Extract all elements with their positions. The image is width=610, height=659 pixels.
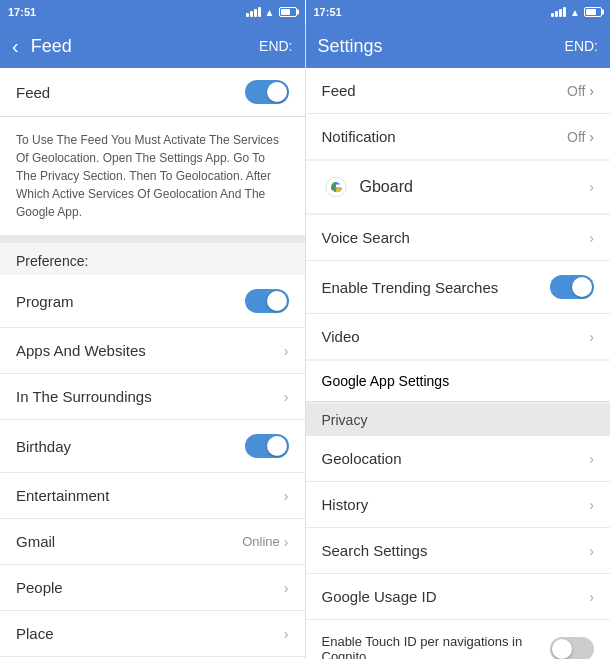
pref-label-surroundings: In The Surroundings xyxy=(16,388,152,405)
program-toggle[interactable] xyxy=(245,289,289,313)
right-status-bar: 17:51 ▲ xyxy=(306,0,611,24)
left-status-icons: ▲ xyxy=(246,7,297,18)
list-item[interactable]: Birthday xyxy=(0,420,305,473)
privacy-section-header: Privacy xyxy=(306,404,611,436)
list-item[interactable]: Gmail Online › xyxy=(0,519,305,565)
touch-id-label: Enable Touch ID per navigations in Cogni… xyxy=(322,634,551,659)
left-panel-title: Feed xyxy=(31,36,247,57)
list-item[interactable]: Entertainment › xyxy=(0,473,305,519)
right-end-label: END: xyxy=(565,38,598,54)
right-content: Feed Off › Notification Off › xyxy=(306,68,611,659)
trending-toggle[interactable] xyxy=(550,275,594,299)
list-item[interactable]: Google Usage ID › xyxy=(306,574,611,620)
list-item[interactable]: Program xyxy=(0,275,305,328)
birthday-toggle[interactable] xyxy=(245,434,289,458)
voice-search-label: Voice Search xyxy=(322,229,410,246)
back-button[interactable]: ‹ xyxy=(12,35,19,58)
chevron-icon: › xyxy=(589,179,594,195)
online-status: Online xyxy=(242,534,280,549)
chevron-icon: › xyxy=(284,488,289,504)
pref-label-gmail: Gmail xyxy=(16,533,55,550)
gboard-row[interactable]: Gboard › xyxy=(306,161,611,213)
left-panel: ‹ Feed END: Feed To Use The Feed You Mus… xyxy=(0,24,306,659)
preference-header: Preference: xyxy=(0,243,305,275)
list-item[interactable]: Video › xyxy=(306,314,611,359)
list-item[interactable]: Geolocation › xyxy=(306,436,611,482)
left-time: 17:51 xyxy=(8,6,36,18)
wifi-icon: ▲ xyxy=(265,7,275,18)
list-item[interactable]: In The Surroundings › xyxy=(0,374,305,420)
chevron-icon: › xyxy=(589,329,594,345)
notification-label: Notification xyxy=(322,128,396,145)
chevron-icon: › xyxy=(589,497,594,513)
touch-id-toggle[interactable] xyxy=(550,637,594,659)
list-item[interactable]: Feed Off › xyxy=(306,68,611,114)
feed-label: Feed xyxy=(16,84,50,101)
feed-off-value: Off › xyxy=(567,83,594,99)
list-item[interactable]: Enable Trending Searches xyxy=(306,261,611,314)
main-area: ‹ Feed END: Feed To Use The Feed You Mus… xyxy=(0,24,610,659)
pref-label-people: People xyxy=(16,579,63,596)
list-item[interactable]: Place › xyxy=(0,611,305,657)
list-item[interactable]: Enable Touch ID per navigations in Cogni… xyxy=(306,620,611,659)
list-item[interactable]: Voice Search › xyxy=(306,215,611,261)
google-app-settings-label: Google App Settings xyxy=(322,373,450,389)
pref-label-birthday: Birthday xyxy=(16,438,71,455)
chevron-icon: › xyxy=(284,534,289,550)
pref-label-apps: Apps And Websites xyxy=(16,342,146,359)
right-status-icons: ▲ xyxy=(551,7,602,18)
chevron-icon: › xyxy=(589,589,594,605)
status-bars: 17:51 ▲ 17:51 ▲ xyxy=(0,0,610,24)
left-header: ‹ Feed END: xyxy=(0,24,305,68)
battery-icon xyxy=(279,7,297,17)
chevron-icon: › xyxy=(284,580,289,596)
gmail-right: Online › xyxy=(242,534,288,550)
right-panel-title: Settings xyxy=(318,36,383,57)
preference-list: Program Apps And Websites › In The Surro… xyxy=(0,275,305,659)
chevron-icon: › xyxy=(284,389,289,405)
chevron-icon: › xyxy=(589,543,594,559)
chevron-icon: › xyxy=(284,343,289,359)
feed-settings-label: Feed xyxy=(322,82,356,99)
google-app-settings-header: Google App Settings xyxy=(306,361,611,402)
right-wifi-icon: ▲ xyxy=(570,7,580,18)
history-label: History xyxy=(322,496,369,513)
gboard-label: Gboard xyxy=(360,178,413,196)
signal-icon xyxy=(246,7,261,17)
gboard-icon xyxy=(322,173,350,201)
list-item[interactable]: People › xyxy=(0,565,305,611)
google-usage-id-label: Google Usage ID xyxy=(322,588,437,605)
chevron-icon: › xyxy=(589,230,594,246)
left-content: Feed To Use The Feed You Must Activate T… xyxy=(0,68,305,659)
privacy-list: Geolocation › History › Search Settings … xyxy=(306,436,611,659)
trending-label: Enable Trending Searches xyxy=(322,279,499,296)
right-panel: Settings END: Feed Off › Notification Of… xyxy=(306,24,611,659)
feed-toggle[interactable] xyxy=(245,80,289,104)
pref-label-program: Program xyxy=(16,293,74,310)
list-item[interactable]: Notification Off › xyxy=(306,114,611,159)
right-header: Settings END: xyxy=(306,24,611,68)
chevron-icon: › xyxy=(589,451,594,467)
search-settings-label: Search Settings xyxy=(322,542,428,559)
video-label: Video xyxy=(322,328,360,345)
list-item[interactable]: History › xyxy=(306,482,611,528)
right-signal-icon xyxy=(551,7,566,17)
pref-label-place: Place xyxy=(16,625,54,642)
left-end-label: END: xyxy=(259,38,292,54)
geolocation-label: Geolocation xyxy=(322,450,402,467)
gboard-left: Gboard xyxy=(322,173,413,201)
notification-off-value: Off › xyxy=(567,129,594,145)
list-item[interactable]: Search Settings › xyxy=(306,528,611,574)
left-status-bar: 17:51 ▲ xyxy=(0,0,305,24)
middle-settings-section: Voice Search › Enable Trending Searches … xyxy=(306,215,611,359)
list-item[interactable]: Apps And Websites › xyxy=(0,328,305,374)
info-text: To Use The Feed You Must Activate The Se… xyxy=(0,117,305,243)
right-time: 17:51 xyxy=(314,6,342,18)
pref-label-entertainment: Entertainment xyxy=(16,487,109,504)
chevron-icon: › xyxy=(284,626,289,642)
feed-notification-list: Feed Off › Notification Off › xyxy=(306,68,611,159)
feed-toggle-row: Feed xyxy=(0,68,305,117)
right-battery-icon xyxy=(584,7,602,17)
